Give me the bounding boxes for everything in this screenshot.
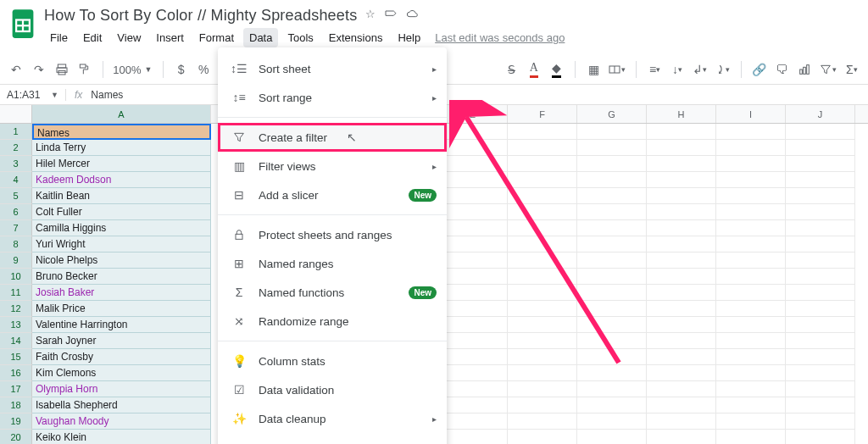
cell[interactable]: [716, 317, 786, 333]
menu-format[interactable]: Format: [193, 28, 240, 47]
borders-button[interactable]: ▦: [586, 60, 602, 79]
cell[interactable]: [508, 349, 577, 365]
cell[interactable]: Valentine Harrington: [32, 317, 211, 333]
cell[interactable]: [647, 285, 716, 301]
undo-button[interactable]: ↶: [8, 60, 25, 79]
cell[interactable]: [786, 365, 855, 381]
row-number[interactable]: 12: [0, 301, 32, 317]
cell[interactable]: [577, 236, 647, 253]
menu-data-cleanup[interactable]: ✨Data cleanup▸: [218, 404, 447, 433]
document-title[interactable]: How To Sort By Color // Mighty Spreadshe…: [44, 7, 357, 25]
row-number[interactable]: 2: [0, 140, 32, 156]
cell[interactable]: [438, 156, 508, 172]
cell[interactable]: [508, 124, 577, 140]
cell[interactable]: [716, 124, 786, 140]
cell[interactable]: [786, 124, 855, 140]
menu-filter-views[interactable]: ▥Filter views▸: [218, 152, 447, 180]
cell[interactable]: [647, 349, 716, 365]
cell[interactable]: [508, 333, 577, 349]
wrap-button[interactable]: ↲▾: [692, 60, 708, 79]
cell[interactable]: [647, 172, 716, 188]
cell[interactable]: [716, 413, 786, 430]
menu-data[interactable]: Data: [243, 28, 278, 47]
cell[interactable]: [508, 220, 577, 236]
cell[interactable]: Bruno Becker: [32, 269, 211, 285]
cell[interactable]: [786, 381, 855, 397]
col-header-g[interactable]: G: [577, 105, 647, 123]
col-header-e[interactable]: E: [438, 105, 508, 123]
row-number[interactable]: 3: [0, 156, 32, 172]
cell[interactable]: [716, 349, 786, 365]
cell[interactable]: [438, 188, 508, 204]
menu-add-slicer[interactable]: ⊟Add a slicerNew: [218, 180, 447, 209]
cell[interactable]: [716, 188, 786, 204]
menu-extensions[interactable]: Extensions: [323, 28, 389, 47]
cell[interactable]: [438, 172, 508, 188]
cell[interactable]: [508, 172, 577, 188]
cell[interactable]: [577, 333, 647, 349]
paint-format-button[interactable]: [76, 60, 92, 79]
cell[interactable]: Nicole Phelps: [32, 253, 211, 269]
cell[interactable]: [716, 285, 786, 301]
cell[interactable]: [508, 317, 577, 333]
row-number[interactable]: 17: [0, 381, 32, 397]
menu-edit[interactable]: Edit: [77, 28, 108, 47]
cell[interactable]: [508, 236, 577, 253]
cell[interactable]: [786, 188, 855, 204]
cell[interactable]: [716, 172, 786, 188]
menu-create-filter[interactable]: Create a filter↖: [218, 123, 447, 152]
cell[interactable]: [786, 333, 855, 349]
cell[interactable]: [716, 269, 786, 285]
functions-button[interactable]: Σ▾: [843, 60, 860, 79]
cell[interactable]: [716, 397, 786, 413]
cell[interactable]: [647, 430, 716, 444]
cell[interactable]: [786, 140, 855, 156]
currency-button[interactable]: $: [173, 60, 189, 79]
cell[interactable]: [786, 269, 855, 285]
menu-file[interactable]: File: [44, 28, 74, 47]
cell[interactable]: Sarah Joyner: [32, 333, 211, 349]
cell[interactable]: [577, 365, 647, 381]
cell[interactable]: Hilel Mercer: [32, 156, 211, 172]
row-number[interactable]: 20: [0, 430, 32, 444]
cloud-icon[interactable]: [406, 8, 420, 24]
cell[interactable]: [786, 253, 855, 269]
col-header-f[interactable]: F: [508, 105, 577, 123]
cell[interactable]: Keiko Klein: [32, 430, 211, 444]
cell[interactable]: [577, 140, 647, 156]
cell[interactable]: [508, 140, 577, 156]
rotate-button[interactable]: ⤸▾: [715, 60, 731, 79]
menu-randomize[interactable]: ⤨Randomize range: [218, 307, 447, 336]
row-number[interactable]: 1: [0, 124, 32, 140]
cell[interactable]: [577, 124, 647, 140]
last-edit-link[interactable]: Last edit was seconds ago: [435, 31, 565, 44]
cell[interactable]: Malik Price: [32, 301, 211, 317]
row-number[interactable]: 10: [0, 269, 32, 285]
row-number[interactable]: 18: [0, 397, 32, 413]
cell[interactable]: [577, 430, 647, 444]
cell[interactable]: [438, 413, 508, 430]
cell[interactable]: [577, 397, 647, 413]
valign-button[interactable]: ↓▾: [670, 60, 686, 79]
cell[interactable]: [647, 269, 716, 285]
cell[interactable]: [577, 381, 647, 397]
cell[interactable]: [647, 124, 716, 140]
cell[interactable]: [438, 220, 508, 236]
comment-button[interactable]: 🗨: [774, 60, 790, 79]
menu-column-stats[interactable]: 💡Column stats: [218, 347, 447, 375]
redo-button[interactable]: ↷: [31, 60, 47, 79]
text-color-button[interactable]: A: [526, 60, 542, 79]
cell[interactable]: [577, 301, 647, 317]
percent-button[interactable]: %: [196, 60, 212, 79]
cell[interactable]: [508, 381, 577, 397]
col-header-j[interactable]: J: [786, 105, 855, 123]
cell[interactable]: [577, 204, 647, 220]
cell[interactable]: Vaughan Moody: [32, 413, 211, 430]
merge-button[interactable]: ▾: [608, 60, 626, 79]
select-all-corner[interactable]: [0, 105, 32, 123]
cell[interactable]: [716, 140, 786, 156]
cell[interactable]: [786, 430, 855, 444]
cell[interactable]: [786, 413, 855, 430]
sheets-logo[interactable]: [8, 5, 37, 42]
cell[interactable]: Kaitlin Bean: [32, 188, 211, 204]
